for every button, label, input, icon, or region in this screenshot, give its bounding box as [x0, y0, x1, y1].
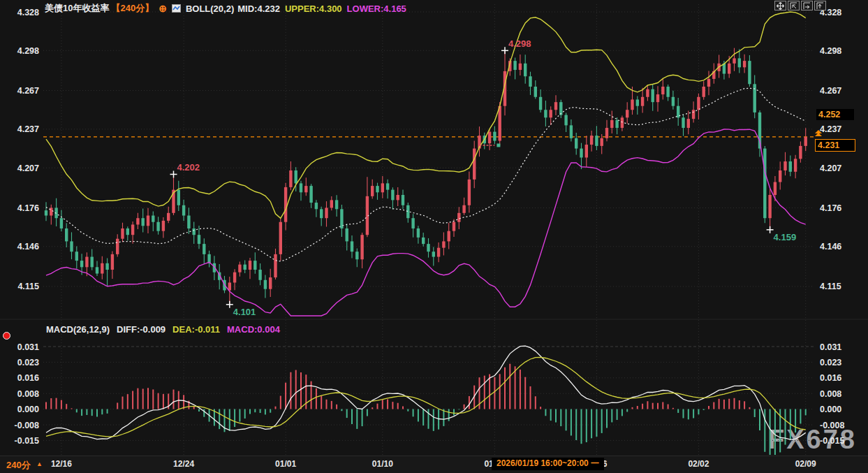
axis-layer: 4.3284.3284.2984.2984.2674.2674.2374.237… [15, 8, 845, 446]
pan-up-icon[interactable] [814, 1, 826, 10]
price-axis-label-left: 4.207 [17, 163, 39, 173]
macd-axis-label-left: -0.008 [15, 421, 39, 430]
price-axis-label-left: 4.237 [17, 124, 39, 134]
price-axis-label-left: 4.176 [17, 203, 39, 213]
trade-marker-dot [496, 143, 500, 147]
macd-axis-label-left: 0.031 [17, 342, 39, 352]
chart-toolbar [774, 1, 826, 10]
macd-axis-label-left: 0.000 [17, 405, 39, 414]
macd-axis-label-left: 0.016 [17, 373, 39, 383]
price-axis-label-right: 4.237 [820, 124, 841, 134]
time-axis-bar: 240分 ▲ 12/1612/2401/0101/1001/1901/2602/… [0, 456, 868, 473]
time-axis-label: 12/24 [163, 459, 205, 469]
time-axis-label: 01/01 [265, 459, 307, 469]
price-axis-label-right: 4.176 [820, 203, 841, 213]
crosshair-date-tooltip: 2026/01/19 16:00~20:00 一 [492, 458, 604, 470]
macd-axis-label-left: -0.015 [15, 436, 39, 446]
price-axis-label-left: 4.146 [17, 242, 39, 252]
macd-indicator-label: MACD(26,12,9) [46, 324, 110, 335]
boll-mid-value: MID:4.232 [237, 3, 280, 14]
swing-price-label: 4.202 [177, 162, 200, 173]
price-axis-label-left: 4.298 [17, 46, 39, 56]
bollinger-layer [46, 12, 806, 316]
period-label[interactable]: 【240分】 [111, 2, 154, 15]
boll-mid-line [46, 88, 806, 261]
candles-layer [45, 48, 807, 305]
macd-header: MACD(26,12,9) DIFF:-0.009 DEA:-0.011 MAC… [46, 324, 280, 335]
boll-lower-value: LOWER:4.165 [347, 3, 406, 14]
macd-dea-value: DEA:-0.011 [172, 324, 220, 335]
symbol-title: 美债10年收益率 [45, 2, 109, 15]
time-axis-label: 02/02 [677, 459, 719, 469]
macd-value: MACD:0.004 [227, 324, 280, 335]
macd-axis-label-right: 0.031 [820, 342, 841, 352]
price-axis-label-left: 4.328 [17, 8, 39, 17]
macd-axis-label-left: 0.023 [17, 358, 39, 368]
chart-window: FX678 4.2024.1014.2984.1594.3284.3284.29… [0, 0, 868, 473]
pan-right-icon[interactable] [801, 1, 813, 10]
alert-record-icon[interactable] [3, 332, 10, 340]
price-axis-label-right: 4.267 [820, 86, 841, 96]
boll-lower-line [46, 129, 806, 316]
price-axis-label-right: 4.298 [820, 46, 841, 56]
last-price-label: 4.231 [815, 139, 855, 152]
macd-axis-label-right: 0.000 [820, 405, 841, 414]
macd-axis-label-left: 0.008 [17, 389, 39, 399]
chart-canvas[interactable]: 4.2024.1014.2984.1594.3284.3284.2984.298… [0, 0, 868, 456]
indicator-chart-icon[interactable] [172, 4, 181, 13]
swing-price-label: 4.298 [508, 38, 531, 49]
zoom-corner-icon[interactable] [788, 1, 800, 10]
macd-axis-label-right: -0.008 [820, 421, 844, 430]
macd-diff-line [46, 346, 806, 439]
price-axis-label-left: 4.267 [17, 86, 39, 96]
boll-upper-line [46, 12, 806, 218]
alert-price-label: 4.252 [816, 109, 854, 120]
grid-layer [0, 4, 868, 455]
price-axis-label-right: 4.146 [820, 242, 841, 252]
boll-upper-value: UPPER:4.300 [285, 3, 342, 14]
time-axis-label: 01/10 [362, 459, 404, 469]
price-axis-label-right: 4.115 [820, 282, 841, 291]
time-axis-label: 02/09 [785, 459, 827, 469]
swing-price-label: 4.159 [774, 232, 797, 242]
price-axis-label-left: 4.115 [17, 282, 39, 291]
move-tool-icon[interactable] [774, 1, 786, 10]
chart-header: 美债10年收益率 【240分】 ⊕ BOLL(20,2) MID:4.232 U… [45, 2, 406, 15]
macd-axis-label-right: 0.023 [820, 358, 841, 368]
time-axis-label: 12/16 [41, 459, 82, 469]
period-badge[interactable]: 240分 [6, 459, 31, 472]
macd-diff-value: DIFF:-0.009 [117, 324, 165, 335]
boll-indicator-label: BOLL(20,2) [186, 3, 234, 14]
add-indicator-icon[interactable]: ⊕ [159, 4, 167, 13]
swing-price-label: 4.101 [233, 307, 256, 317]
macd-axis-label-right: 0.016 [820, 373, 841, 383]
price-axis-label-right: 4.207 [820, 163, 841, 173]
price-arrow-icon [815, 130, 822, 136]
macd-axis-label-right: 0.008 [820, 389, 841, 399]
macd-axis-label-right: -0.015 [820, 436, 844, 446]
